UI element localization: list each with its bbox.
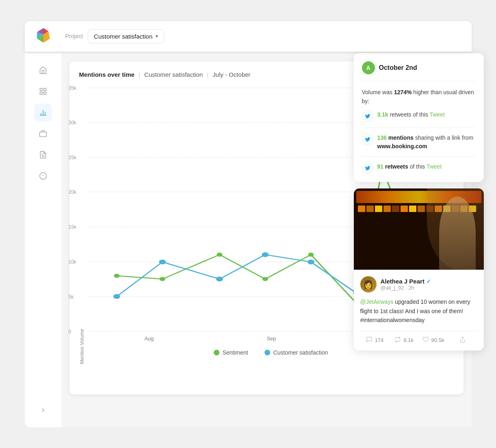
heart-icon	[422, 336, 429, 344]
svg-point-32	[216, 277, 223, 281]
tweet-text: @JetAirways upgraded 10 women on every f…	[360, 297, 477, 325]
svg-rect-9	[40, 92, 42, 94]
tooltip-avatar: A	[362, 61, 375, 74]
svg-rect-15	[39, 132, 46, 136]
link-2: www.booking.com	[377, 143, 427, 149]
type-bold-2: mentions	[388, 134, 414, 141]
grid-label-30k: 30k	[69, 120, 76, 126]
svg-point-33	[262, 252, 269, 257]
type-bold-3: retweets	[385, 163, 408, 170]
main-layout: Mentions over time | Customer satisfacti…	[25, 53, 472, 427]
grid-label-25k: 25k	[69, 155, 76, 160]
tooltip-date: October 2nd	[379, 64, 417, 71]
tweet-actions: 174	[360, 331, 477, 344]
retweet-icon	[394, 336, 401, 344]
volume-pct: 1274%	[394, 89, 412, 95]
sidebar-item-grid[interactable]	[34, 82, 52, 100]
grid-label-35k: 35k	[69, 85, 76, 91]
sidebar	[25, 53, 61, 427]
app-logo	[35, 27, 52, 45]
floating-panels: A October 2nd Volume was 1274% higher th…	[354, 53, 484, 351]
header: Project Customer satisfaction ▾	[25, 21, 472, 52]
type-suffix-2: sharing with a link from	[415, 134, 473, 141]
volume-text: Volume was	[362, 89, 394, 95]
sidebar-item-alerts[interactable]	[34, 167, 52, 185]
project-name: Customer satisfaction	[94, 33, 152, 40]
x-label-aug: Aug	[144, 335, 154, 342]
tweet-action-like[interactable]: 90.5k	[419, 336, 448, 344]
tweet-content: 👩 Alethea J Peart ✓ @ali_j_92 ·	[354, 270, 484, 351]
svg-point-24	[217, 253, 222, 257]
tweet-mention: @JetAirways	[360, 299, 394, 305]
legend-sentiment: Sentiment	[214, 349, 248, 356]
verified-badge: ✓	[426, 278, 431, 285]
twitter-icon-3	[362, 162, 373, 174]
tooltip-header: A October 2nd	[362, 61, 476, 81]
project-dropdown[interactable]: Customer satisfaction ▾	[88, 29, 164, 43]
link-1: Tweet	[429, 111, 444, 118]
chart-sep2: |	[207, 71, 208, 78]
count-3: 91	[377, 163, 384, 170]
sidebar-item-home[interactable]	[34, 61, 52, 79]
type-1: retweets of this	[390, 111, 430, 118]
tweet-action-share[interactable]	[448, 336, 477, 344]
reply-icon	[366, 336, 373, 344]
tweet-image	[354, 188, 484, 270]
sentiment-label: Sentiment	[223, 349, 248, 356]
reply-count: 174	[375, 337, 384, 343]
like-count: 90.5k	[431, 337, 444, 343]
tweet-action-retweet[interactable]: 8.1k	[390, 336, 419, 344]
count-2: 136	[377, 134, 387, 141]
twitter-icon-1	[362, 110, 373, 122]
sidebar-item-analytics[interactable]	[34, 104, 52, 121]
tweet-avatar: 👩	[360, 276, 377, 292]
svg-point-30	[113, 294, 120, 299]
svg-rect-7	[40, 88, 42, 91]
share-icon	[459, 336, 466, 344]
x-label-sep: Sep	[266, 335, 276, 342]
svg-rect-10	[43, 92, 46, 94]
chevron-down-icon: ▾	[156, 33, 158, 39]
type-suffix-3: of this	[410, 163, 427, 170]
grid-label-5k: 5k	[69, 294, 74, 300]
svg-point-26	[308, 253, 314, 257]
tweet-card: 👩 Alethea J Peart ✓ @ali_j_92 ·	[354, 188, 484, 351]
svg-point-34	[308, 260, 314, 264]
tweet-handle: @ali_j_92 · 2h	[381, 285, 477, 291]
sidebar-expand-button[interactable]	[34, 401, 52, 419]
svg-rect-8	[43, 88, 46, 91]
sidebar-item-briefcase[interactable]	[34, 125, 52, 143]
tweet-user-row: 👩 Alethea J Peart ✓ @ali_j_92 ·	[360, 276, 477, 292]
content-area: Mentions over time | Customer satisfacti…	[61, 53, 472, 427]
grid-label-20k: 20k	[69, 189, 76, 195]
customer-satisfaction-label: Customer satisfaction	[273, 349, 328, 356]
link-3: Tweet	[427, 163, 442, 170]
tooltip-row-1: 3.1k retweets of this Tweet	[362, 110, 476, 122]
tooltip-row-3: 91 retweets of this Tweet	[362, 156, 476, 174]
grid-label-0: 0	[69, 329, 71, 335]
count-1: 3.1k	[377, 111, 388, 118]
chart-subtitle2: July - October	[212, 71, 250, 78]
tooltip-row-3-text: 91 retweets of this Tweet	[377, 162, 442, 171]
tooltip-body: Volume was 1274% higher than usual drive…	[362, 88, 476, 174]
tweet-user-info: Alethea J Peart ✓ @ali_j_92 · 2h	[381, 278, 477, 291]
project-label: Project	[65, 33, 83, 39]
customer-satisfaction-dot	[264, 350, 270, 355]
sidebar-item-reports[interactable]	[34, 146, 52, 164]
chart-subtitle1: Customer satisfaction	[144, 71, 203, 78]
sentiment-dot	[214, 350, 219, 355]
tooltip-row-1-text: 3.1k retweets of this Tweet	[377, 110, 445, 119]
tooltip-row-2-text: 136 mentions sharing with a link from ww…	[377, 134, 476, 151]
chart-title: Mentions over time	[79, 71, 135, 78]
twitter-icon-2	[362, 134, 373, 145]
svg-point-23	[159, 277, 165, 281]
y-axis-label: Mention Volume	[79, 88, 85, 364]
grid-label-10k: 10k	[69, 259, 76, 265]
svg-point-31	[159, 260, 166, 264]
svg-point-22	[114, 274, 119, 278]
tweet-action-reply[interactable]: 174	[360, 336, 390, 344]
tooltip-row-2: 136 mentions sharing with a link from ww…	[362, 128, 476, 151]
chart-legend: Sentiment Customer satisfaction	[214, 349, 328, 356]
chart-sep1: |	[139, 71, 140, 78]
retweet-count: 8.1k	[403, 337, 414, 343]
